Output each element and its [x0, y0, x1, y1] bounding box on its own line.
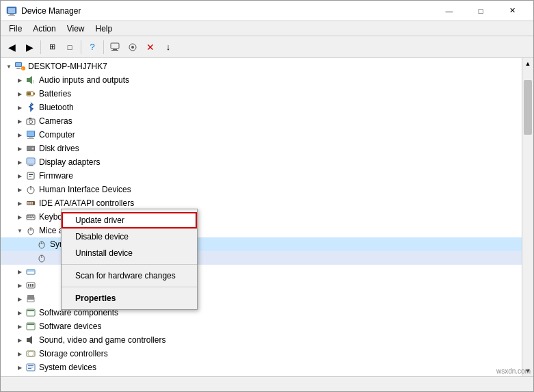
tree-item-ide[interactable]: ▶ IDE ATA/ATAPI controllers	[1, 196, 522, 210]
svg-rect-5	[113, 49, 117, 50]
menu-action[interactable]: Action	[27, 23, 61, 35]
bluetooth-expander: ▶	[14, 102, 25, 113]
toolbar-help[interactable]: ?	[84, 39, 101, 55]
software-c-expander: ▶	[14, 307, 25, 318]
svg-point-40	[30, 186, 31, 187]
tree-item-system[interactable]: ▶ System devices	[1, 361, 522, 374]
storage-icon	[25, 348, 36, 359]
root-label: DESKTOP-MHJ7HK7	[28, 62, 107, 71]
svg-rect-62	[27, 270, 34, 272]
svg-rect-65	[30, 284, 31, 287]
tree-item-bluetooth[interactable]: ▶ Bluetooth	[1, 101, 522, 114]
menu-file[interactable]: File	[3, 23, 27, 35]
toolbar-uninstall[interactable]: ✕	[142, 39, 159, 55]
svg-rect-43	[29, 202, 31, 205]
menu-view[interactable]: View	[62, 23, 90, 35]
ide-label: IDE ATA/ATAPI controllers	[39, 198, 134, 208]
svg-rect-34	[27, 166, 34, 166]
svg-rect-48	[31, 215, 33, 217]
tree-item-hid[interactable]: ▶ Human Interface Devices	[1, 183, 522, 196]
svg-rect-49	[34, 215, 34, 217]
software-d-icon	[25, 321, 36, 332]
toolbar-properties[interactable]: ⊞	[44, 39, 60, 55]
context-menu: Update driver Disable device Uninstall d…	[61, 209, 198, 310]
mice-2-icon	[36, 252, 47, 263]
svg-rect-51	[29, 218, 33, 219]
tree-item-computer[interactable]: ▶ Computer	[1, 128, 522, 142]
cameras-icon	[25, 116, 36, 127]
maximize-button[interactable]: □	[465, 1, 496, 21]
svg-rect-47	[29, 215, 31, 217]
ctx-properties[interactable]: Properties	[62, 290, 197, 306]
svg-rect-73	[27, 338, 29, 342]
toolbar-scan[interactable]	[124, 39, 141, 55]
svg-rect-11	[17, 68, 20, 68]
ctx-disable-device[interactable]: Disable device	[62, 228, 197, 245]
display-label: Display adapters	[39, 157, 100, 167]
ctx-uninstall-device[interactable]: Uninstall device	[62, 245, 197, 261]
toolbar-back[interactable]: ◀	[3, 39, 20, 55]
close-button[interactable]: ✕	[496, 1, 528, 21]
software-d-label: Software devices	[39, 322, 101, 331]
ide-icon	[25, 198, 36, 209]
cameras-expander: ▶	[14, 116, 25, 127]
computer-expander: ▶	[14, 129, 25, 140]
svg-rect-33	[29, 165, 33, 166]
svg-point-22	[29, 120, 33, 124]
batteries-label: Batteries	[39, 89, 71, 99]
svg-rect-64	[28, 284, 29, 287]
sound-label: Sound, video and game controllers	[39, 335, 165, 345]
toolbar: ◀ ▶ ⊞ □ ? ✕ ↓	[1, 36, 533, 58]
storage-expander: ▶	[14, 348, 25, 359]
printq-icon	[25, 293, 36, 304]
keyboards-expander: ▶	[14, 211, 25, 222]
tree-item-cameras[interactable]: ▶ Cameras	[1, 114, 522, 128]
tree-item-firmware[interactable]: ▶ Firmware	[1, 169, 522, 183]
ctx-update-driver[interactable]: Update driver	[62, 212, 197, 228]
tree-item-display[interactable]: ▶ Display adapters	[1, 155, 522, 169]
tree-item-storage[interactable]: ▶ Storage controllers	[1, 347, 522, 361]
svg-rect-78	[28, 365, 34, 366]
bluetooth-label: Bluetooth	[39, 103, 74, 112]
svg-marker-74	[29, 336, 32, 344]
menu-help[interactable]: Help	[90, 23, 118, 35]
toolbar-monitor[interactable]	[107, 39, 123, 55]
hid-icon	[25, 184, 36, 195]
ctx-scan-hardware[interactable]: Scan for hardware changes	[62, 267, 197, 284]
ports-icon	[25, 280, 36, 291]
svg-rect-4	[111, 43, 119, 49]
ctx-separator-2	[62, 287, 197, 287]
storage-label: Storage controllers	[39, 349, 108, 358]
scrollbar-thumb[interactable]	[524, 80, 532, 135]
scroll-up-button[interactable]: ▲	[522, 58, 533, 69]
tree-item-disk[interactable]: ▶ Disk drives	[1, 142, 522, 155]
svg-rect-12	[16, 68, 21, 69]
toolbar-update[interactable]: ↓	[160, 39, 176, 55]
toolbar-separator-2	[81, 40, 81, 54]
svg-rect-36	[29, 174, 33, 175]
svg-rect-20	[34, 93, 35, 95]
svg-rect-15	[27, 78, 29, 82]
toolbar-forward[interactable]: ▶	[21, 39, 38, 55]
software-c-icon	[25, 307, 36, 318]
computer-icon-item	[25, 129, 36, 140]
tree-item-audio[interactable]: ▶ ) Audio inputs and outputs	[1, 73, 522, 87]
svg-rect-66	[32, 284, 34, 287]
main-content: ▼ ! DESKTOP-MHJ7HK7 ▶	[1, 58, 533, 376]
tree-item-sound[interactable]: ▶ Sound, video and game controllers	[1, 333, 522, 347]
batteries-expander: ▶	[14, 88, 25, 99]
tree-root[interactable]: ▼ ! DESKTOP-MHJ7HK7	[1, 60, 522, 73]
toolbar-device-mgr[interactable]: □	[62, 39, 78, 55]
hid-expander: ▶	[14, 184, 25, 195]
tree-item-software-d[interactable]: ▶ Software devices	[1, 319, 522, 333]
audio-icon: )	[25, 75, 36, 86]
tree-item-batteries[interactable]: ▶ Batteries	[1, 87, 522, 101]
minimize-button[interactable]: —	[433, 1, 465, 21]
svg-rect-6	[111, 50, 118, 51]
tree-item-usb[interactable]: ▶ Universal Serial Bus controllers	[1, 374, 522, 376]
computer-label: Computer	[39, 130, 75, 140]
vertical-scrollbar[interactable]: ▲ ▼	[522, 58, 533, 376]
svg-rect-3	[8, 15, 15, 16]
system-label: System devices	[39, 363, 96, 372]
firmware-expander: ▶	[14, 170, 25, 181]
